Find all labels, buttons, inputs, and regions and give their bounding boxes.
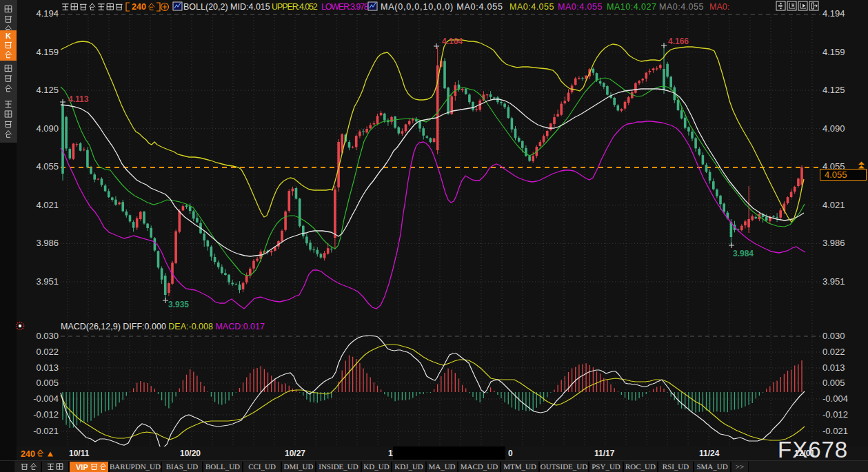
svg-text:240: 240 (21, 449, 35, 459)
svg-text:K: K (6, 32, 11, 40)
svg-text:VIP: VIP (76, 463, 88, 471)
svg-text:240: 240 (132, 2, 146, 12)
